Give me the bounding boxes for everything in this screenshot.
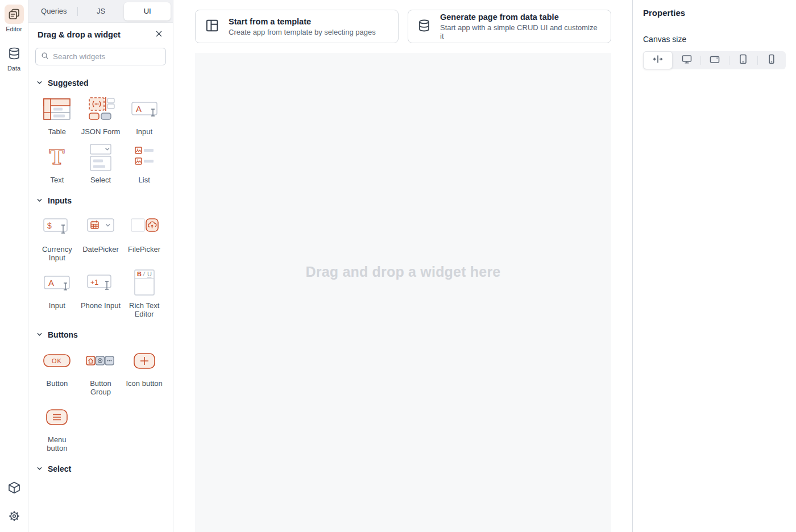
svg-text:T: T xyxy=(49,145,65,169)
svg-text:A: A xyxy=(136,104,142,114)
widget-label: Input xyxy=(49,302,65,310)
widget-grid: OKButtonButton GroupIcon buttonMenu butt… xyxy=(35,347,166,452)
widget-grid: $Currency InputDatePickerFilePickerAInpu… xyxy=(35,213,166,318)
widget-label: FilePicker xyxy=(128,246,160,254)
svg-text:U: U xyxy=(147,271,152,277)
chevron-down-icon xyxy=(36,196,43,206)
generate-from-data-card[interactable]: Generate page from data table Start app … xyxy=(408,10,611,43)
section-header-buttons[interactable]: Buttons xyxy=(36,330,165,340)
widget-label: Input xyxy=(136,128,152,136)
canvas-size-option-tablet[interactable] xyxy=(729,51,757,69)
widget-label: Button xyxy=(47,380,68,388)
section-label: Buttons xyxy=(48,330,78,339)
widget-label: Icon button xyxy=(126,380,162,388)
text-icon: T xyxy=(41,143,73,172)
tab-js[interactable]: JS xyxy=(78,2,125,20)
tablet-landscape-icon xyxy=(709,53,720,67)
rich-text-editor-icon: B/U xyxy=(128,269,160,297)
svg-text:OK: OK xyxy=(52,358,62,364)
settings-button[interactable] xyxy=(7,509,21,525)
app-canvas[interactable]: Drag and drop a widget here xyxy=(195,53,611,532)
rail-item-data[interactable]: Data xyxy=(5,44,24,72)
database-icon xyxy=(5,44,24,63)
chevron-down-icon xyxy=(36,464,43,474)
svg-text:A: A xyxy=(48,278,54,288)
icon-button-icon xyxy=(128,347,160,375)
widget-icon-button[interactable]: Icon button xyxy=(122,347,166,396)
widget-button[interactable]: OKButton xyxy=(35,347,79,396)
svg-text:$: $ xyxy=(47,221,52,230)
filepicker-icon xyxy=(128,213,160,241)
widget-label: Text xyxy=(50,176,64,185)
canvas-placeholder-text: Drag and drop a widget here xyxy=(195,264,611,280)
widget-menu-button[interactable]: Menu button xyxy=(35,403,79,452)
tab-queries[interactable]: Queries xyxy=(31,2,77,20)
widget-label: JSON Form xyxy=(81,128,121,136)
section-header-suggested[interactable]: Suggested xyxy=(36,78,165,88)
menu-button-icon xyxy=(41,403,73,431)
widget-label: Rich Text Editor xyxy=(124,302,165,318)
card-subtitle: Create app from template by selecting pa… xyxy=(229,28,376,36)
section-label: Inputs xyxy=(48,196,72,205)
widget-select[interactable]: Select xyxy=(79,143,123,185)
svg-text:B: B xyxy=(137,271,142,277)
widget-datepicker[interactable]: DatePicker xyxy=(79,213,123,262)
widget-input[interactable]: AInput xyxy=(35,269,79,318)
widget-filepicker[interactable]: FilePicker xyxy=(122,213,166,262)
widget-label: DatePicker xyxy=(82,246,119,254)
list-icon xyxy=(128,143,160,172)
properties-title: Properties xyxy=(643,8,786,18)
widget-list: SuggestedTableJSON FormAInputTTextSelect… xyxy=(28,66,173,532)
widget-phone-input[interactable]: +1Phone Input xyxy=(79,269,123,318)
widget-rich-text-editor[interactable]: B/URich Text Editor xyxy=(122,269,166,318)
database-icon xyxy=(417,19,431,35)
chevron-down-icon xyxy=(36,78,43,88)
template-icon xyxy=(205,18,219,35)
tab-ui[interactable]: UI xyxy=(124,2,171,20)
section-header-select[interactable]: Select xyxy=(36,464,165,474)
canvas-size-option-tablet-landscape[interactable] xyxy=(701,51,729,69)
cube-icon xyxy=(7,487,21,496)
mobile-icon xyxy=(766,53,777,67)
widget-search-box xyxy=(35,48,166,65)
table-icon xyxy=(41,95,73,123)
phone-input-icon: +1 xyxy=(85,269,117,297)
main-area: Start from a template Create app from te… xyxy=(173,0,632,532)
widget-panel-header: Drag & drop a widget xyxy=(28,23,173,44)
canvas-size-control xyxy=(643,51,786,69)
section-label: Suggested xyxy=(48,78,89,88)
button-group-icon xyxy=(85,347,117,375)
close-panel-button[interactable] xyxy=(154,30,164,40)
widget-input[interactable]: AInput xyxy=(122,95,166,136)
widget-json-form[interactable]: JSON Form xyxy=(79,95,123,136)
widget-text[interactable]: TText xyxy=(35,143,79,185)
widget-label: Select xyxy=(90,176,111,185)
card-subtitle: Start app with a simple CRUD UI and cust… xyxy=(440,23,602,40)
start-from-template-card[interactable]: Start from a template Create app from te… xyxy=(195,10,399,43)
widget-list[interactable]: List xyxy=(122,143,166,185)
close-icon xyxy=(155,30,163,40)
chevron-down-icon xyxy=(36,330,43,340)
currency-input-icon: $ xyxy=(41,213,73,241)
canvas-size-option-desktop[interactable] xyxy=(673,51,701,69)
input-icon: A xyxy=(41,269,73,297)
rail-item-editor[interactable]: Editor xyxy=(5,5,24,32)
widget-currency-input[interactable]: $Currency Input xyxy=(35,213,79,262)
section-label: Select xyxy=(48,464,71,473)
widget-grid: TableJSON FormAInputTTextSelectList xyxy=(35,95,166,184)
canvas-size-option-fluid-width[interactable] xyxy=(643,51,673,69)
sidebar-tabbar: QueriesJSUI xyxy=(28,0,173,23)
libraries-button[interactable] xyxy=(7,481,21,497)
widget-label: Button Group xyxy=(80,380,121,396)
widget-button-group[interactable]: Button Group xyxy=(79,347,123,396)
widget-label: Phone Input xyxy=(81,302,121,310)
properties-panel: Properties Canvas size xyxy=(632,0,796,532)
widget-table[interactable]: Table xyxy=(35,95,79,136)
canvas-size-option-mobile[interactable] xyxy=(757,51,786,69)
section-header-inputs[interactable]: Inputs xyxy=(36,196,165,206)
widget-label: List xyxy=(139,176,150,185)
search-widgets-input[interactable] xyxy=(53,52,160,61)
svg-text:+1: +1 xyxy=(90,279,98,286)
widget-panel-title: Drag & drop a widget xyxy=(38,30,121,39)
select-icon xyxy=(85,143,117,172)
